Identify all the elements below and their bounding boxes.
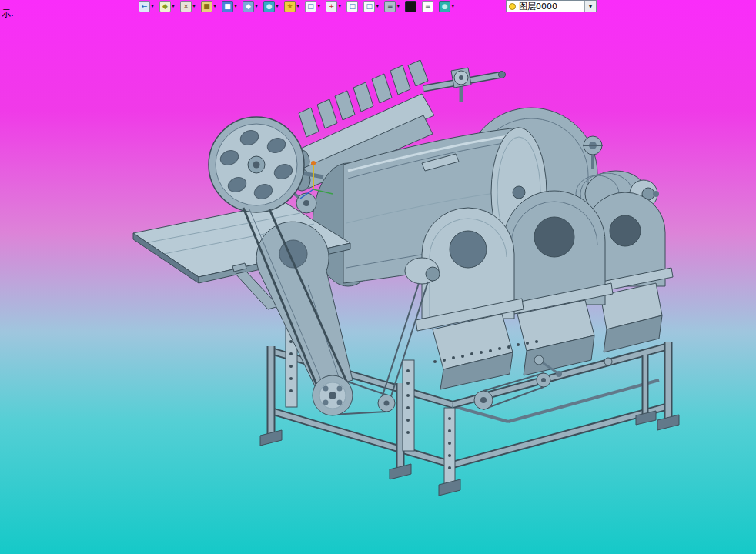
window-icon-group: □▾ — [363, 1, 379, 12]
open-drawing-icon-group: ←▾ — [139, 1, 154, 12]
mid-motor — [405, 258, 440, 284]
cube-steel-icon-group: ◆▾ — [243, 1, 258, 12]
keyboard-icon-group: ≡▾ — [384, 1, 400, 12]
document-icon-group: ≡ — [422, 1, 433, 12]
target-icon-group: +▾ — [326, 1, 341, 12]
top-shaft — [423, 68, 506, 102]
black-bar-icon[interactable] — [405, 1, 416, 12]
chevron-down-icon: ▾ — [589, 3, 592, 10]
solid-box-icon-group: ■▾ — [201, 1, 216, 12]
render-mode-icon-group: ◆▾ — [159, 1, 175, 12]
hint-text: 示. — [2, 7, 14, 20]
sphere-icon-dropdown[interactable]: ▾ — [276, 3, 279, 9]
gear-flower-icon[interactable]: ★ — [284, 1, 296, 12]
teal-sphere-icon[interactable]: ● — [439, 1, 450, 12]
lightbulb-icon — [509, 3, 516, 10]
keyboard-icon-dropdown[interactable]: ▾ — [396, 3, 400, 9]
cube-blue-icon[interactable]: ■ — [222, 1, 233, 12]
keyboard-icon[interactable]: ≡ — [384, 1, 396, 12]
clipboard-icon-dropdown[interactable]: ▾ — [317, 3, 320, 9]
teal-sphere-icon-group: ●▾ — [439, 1, 454, 12]
cube-steel-icon[interactable]: ◆ — [243, 1, 254, 12]
open-drawing-icon[interactable]: ← — [139, 1, 150, 12]
layer-combo-dropdown[interactable]: ▾ — [584, 1, 596, 12]
sphere-icon[interactable]: ● — [263, 1, 275, 12]
arch-front — [416, 208, 524, 389]
window-icon-dropdown[interactable]: ▾ — [376, 3, 379, 9]
gear-flower-icon-group: ★▾ — [284, 1, 299, 12]
render-mode-icon-dropdown[interactable]: ▾ — [172, 3, 175, 9]
toolbar-icons: ←▾◆▾×▾■▾■▾◆▾●▾★▾□▾+▾□□▾≡▾≡●▾ — [139, 0, 454, 12]
target-icon-dropdown[interactable]: ▾ — [338, 3, 341, 9]
teal-sphere-icon-dropdown[interactable]: ▾ — [451, 3, 454, 9]
document-icon[interactable]: ≡ — [422, 1, 433, 12]
clipboard-icon[interactable]: □ — [305, 1, 316, 12]
tool-axe-icon-dropdown[interactable]: ▾ — [192, 3, 196, 9]
layer-combo-value: 图层0000 — [519, 1, 584, 12]
dialog-icon[interactable]: □ — [346, 1, 358, 12]
black-bar-icon-group — [405, 1, 416, 12]
sphere-icon-group: ●▾ — [263, 1, 279, 12]
solid-box-icon-dropdown[interactable]: ▾ — [213, 3, 216, 9]
clipboard-icon-group: □▾ — [305, 1, 320, 12]
viewport-3d[interactable] — [0, 0, 756, 554]
render-mode-icon[interactable]: ◆ — [159, 1, 171, 12]
window-icon[interactable]: □ — [363, 1, 375, 12]
tool-axe-icon-group: ×▾ — [180, 1, 196, 12]
open-drawing-icon-dropdown[interactable]: ▾ — [151, 3, 154, 9]
dialog-icon-group: □ — [346, 1, 358, 12]
gear-flower-icon-dropdown[interactable]: ▾ — [296, 3, 299, 9]
cube-blue-icon-group: ■▾ — [222, 1, 237, 12]
cube-blue-icon-dropdown[interactable]: ▾ — [234, 3, 237, 9]
machine-model — [0, 0, 756, 554]
target-icon[interactable]: + — [326, 1, 337, 12]
layer-combo[interactable]: 图层0000 ▾ — [506, 0, 597, 12]
tool-axe-icon[interactable]: × — [180, 1, 192, 12]
solid-box-icon[interactable]: ■ — [201, 1, 212, 12]
application-window: 示. ←▾◆▾×▾■▾■▾◆▾●▾★▾□▾+▾□□▾≡▾≡●▾ 图层0000 ▾ — [0, 0, 756, 554]
cube-steel-icon-dropdown[interactable]: ▾ — [255, 3, 258, 9]
